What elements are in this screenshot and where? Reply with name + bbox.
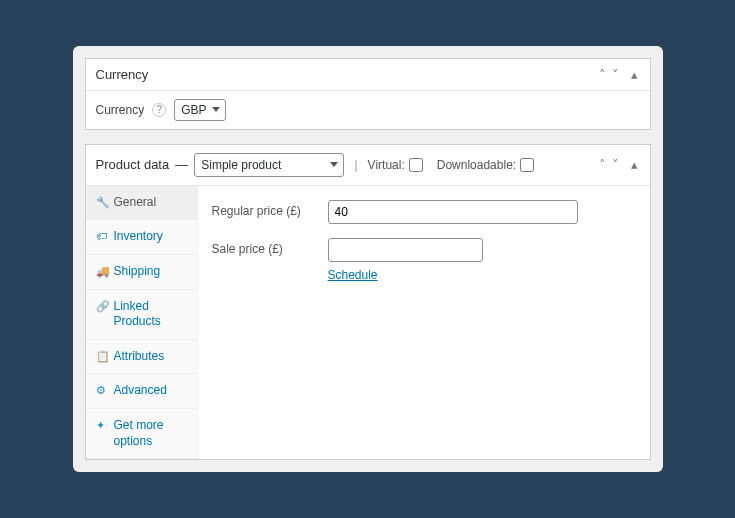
sale-price-label: Sale price (£) [212,238,328,256]
collapse-icon[interactable]: ▴ [629,157,640,172]
general-tab-content: Regular price (£) Sale price (£) Schedul… [198,186,650,459]
tab-general[interactable]: 🔧 General [86,186,197,221]
regular-price-row: Regular price (£) [212,200,636,224]
move-down-icon[interactable]: ˅ [610,67,621,82]
currency-title: Currency [96,67,149,82]
tab-advanced[interactable]: ⚙ Advanced [86,374,197,409]
link-icon: 🔗 [96,299,108,313]
product-data-title: Product data [96,157,170,172]
tab-linked-products[interactable]: 🔗 Linked Products [86,290,197,340]
currency-select[interactable]: GBP [174,99,226,121]
product-data-metabox: Product data — Simple product | Virtual:… [85,144,651,460]
tab-inventory[interactable]: 🏷 Inventory [86,220,197,255]
product-data-header-controls: ˄ ˅ ▴ [597,157,640,172]
product-data-header: Product data — Simple product | Virtual:… [86,145,650,186]
tab-attributes[interactable]: 📋 Attributes [86,340,197,375]
tab-get-more-options[interactable]: ✦ Get more options [86,409,197,459]
virtual-checkbox[interactable] [409,158,423,172]
sale-price-row: Sale price (£) Schedule [212,238,636,282]
schedule-link[interactable]: Schedule [328,268,378,282]
currency-body: Currency ? GBP [86,91,650,129]
product-type-select[interactable]: Simple product [194,153,344,177]
regular-price-label: Regular price (£) [212,200,328,218]
tag-icon: 🏷 [96,229,108,243]
tab-shipping[interactable]: 🚚 Shipping [86,255,197,290]
collapse-icon[interactable]: ▴ [629,67,640,82]
currency-label: Currency [96,103,145,117]
downloadable-label: Downloadable: [437,158,516,172]
gear-icon: ⚙ [96,383,108,397]
downloadable-checkbox[interactable] [520,158,534,172]
currency-header-controls: ˄ ˅ ▴ [597,67,640,82]
help-icon[interactable]: ? [152,103,166,117]
move-down-icon[interactable]: ˅ [610,157,621,172]
downloadable-checkbox-wrap[interactable]: Downloadable: [437,158,534,172]
virtual-label: Virtual: [368,158,405,172]
regular-price-input[interactable] [328,200,578,224]
truck-icon: 🚚 [96,264,108,278]
admin-panel: Currency ˄ ˅ ▴ Currency ? GBP Product da… [73,46,663,472]
sparkle-icon: ✦ [96,418,108,432]
sale-price-input[interactable] [328,238,483,262]
product-data-body: 🔧 General 🏷 Inventory 🚚 Shipping 🔗 Linke… [86,186,650,459]
move-up-icon[interactable]: ˄ [597,157,608,172]
product-tabs: 🔧 General 🏷 Inventory 🚚 Shipping 🔗 Linke… [86,186,198,459]
virtual-checkbox-wrap[interactable]: Virtual: [368,158,423,172]
wrench-icon: 🔧 [96,195,108,209]
separator: | [354,157,357,172]
currency-header: Currency ˄ ˅ ▴ [86,59,650,91]
currency-metabox: Currency ˄ ˅ ▴ Currency ? GBP [85,58,651,130]
move-up-icon[interactable]: ˄ [597,67,608,82]
list-icon: 📋 [96,349,108,363]
